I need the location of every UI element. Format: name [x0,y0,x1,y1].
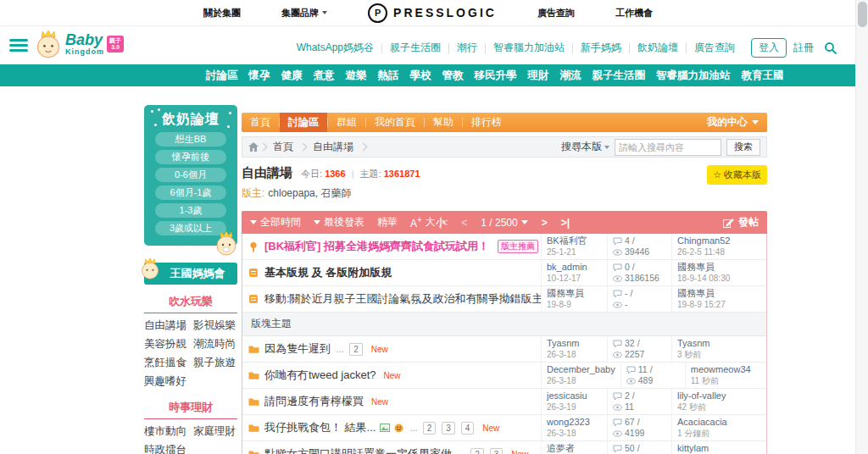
sidebar-item-family-finance[interactable]: 家庭理財 [193,423,237,440]
topbar-link-about[interactable]: 關於集團 [203,7,241,19]
nav-item-forum[interactable]: 討論區 [206,69,238,83]
header-link-trendy[interactable]: 潮行 [449,41,485,55]
topbar-link-careers[interactable]: 工作機會 [615,7,653,19]
last-poster-link[interactable]: 國務專員 [677,288,761,299]
nav-item-education-kingdom[interactable]: 教育王國 [742,69,784,83]
banner-button-6m-1y[interactable]: 6個月-1歲 [155,185,226,200]
header-link-new-moms[interactable]: 新手媽媽 [573,41,629,55]
prev-page-button[interactable]: < [461,217,467,229]
banner-button-ttc[interactable]: 想生BB [155,132,226,147]
thread-page-link[interactable]: 2 [349,343,363,356]
forumnav-ranking[interactable]: 排行榜 [463,113,510,132]
forum-search-button[interactable]: 搜索 [726,139,760,156]
new-post-button[interactable]: 發帖 [723,215,759,230]
header-link-brainpower[interactable]: 智睿腦力加油站 [486,41,572,55]
thread-page-link[interactable]: 3 [442,422,455,435]
last-poster-link[interactable]: 國務專員 [677,262,761,273]
last-poster-link[interactable]: Acaciacacia [677,417,761,428]
topbar-link-ads[interactable]: 廣告查詢 [537,7,575,19]
nav-item-hot-topics[interactable]: 熱話 [378,69,399,83]
vertical-scrollbar[interactable] [855,0,868,454]
nav-item-brainpower[interactable]: 智睿腦力加油站 [656,69,731,83]
sidebar-item-entertainment[interactable]: 影視娛樂 [193,317,237,335]
sidebar-item-cooking[interactable]: 烹飪搵食 [144,354,188,372]
kingdom-moms-club-banner[interactable]: 王國媽媽會 [144,263,237,285]
favorite-forum-button[interactable]: ☆ 收藏本版 [707,165,767,185]
next-page-button[interactable]: > [542,217,548,229]
scrollbar-thumb[interactable] [858,2,867,27]
nav-item-school[interactable]: 學校 [410,69,431,83]
banner-button-pregnancy[interactable]: 懷孕前後 [155,150,226,164]
sidebar-item-beauty[interactable]: 美容扮靚 [144,335,188,353]
thread-title-link[interactable]: 移動:關於近月親子王國討論氣氛及政治和有關爭拗錯版主題處理 [264,291,541,307]
nav-item-family-life[interactable]: 親子生活圈 [593,69,646,83]
thread-title-link[interactable]: [BK福利官] 招募全港媽媽齊齊試食試玩試用！ [264,239,489,254]
forum-search-input[interactable] [615,139,721,156]
first-page-button[interactable]: |< [439,217,448,229]
milk-forum-banner[interactable]: 飲奶論壇 想生BB 懷孕前後 0-6個月 6個月-1歲 1-3歲 3歲或以上 [144,105,237,246]
forumnav-groups[interactable]: 群組 [328,113,365,132]
thread-page-link[interactable]: 3 [490,448,504,454]
home-icon[interactable] [248,142,259,152]
header-link-whatsapp[interactable]: WhatsApp媽媽谷 [289,41,381,55]
thread-title-link[interactable]: 請問邊度有青檸檬買 [264,394,364,409]
nav-item-pregnancy[interactable]: 懷孕 [249,69,270,83]
last-poster-link[interactable]: kittylam [677,443,761,454]
nav-item-trends[interactable]: 潮流 [560,69,581,83]
banner-button-0-6m[interactable]: 0-6個月 [155,168,226,182]
author-link[interactable]: 追夢者 [547,443,602,454]
sort-dropdown[interactable]: 最後發表 [314,215,364,230]
forumnav-home[interactable]: 首頁 [242,113,279,132]
hamburger-menu-icon[interactable] [9,39,28,54]
forumnav-help[interactable]: 幫助 [425,113,462,132]
author-link[interactable]: jessicasiu [547,390,602,401]
forumnav-my-home[interactable]: 我的首頁 [366,113,424,132]
thread-title-link[interactable]: 你哋有冇tweed jacket? [264,368,376,383]
author-link[interactable]: December_baby [547,364,615,375]
nav-item-parenting[interactable]: 管教 [442,69,464,83]
thread-page-link[interactable]: 2 [470,448,484,454]
last-poster-link[interactable]: meowmeow34 [691,364,761,375]
search-icon[interactable] [824,42,837,55]
author-link[interactable]: BK福利官 [547,235,602,246]
header-link-ads[interactable]: 廣告查詢 [687,41,743,55]
babykingdom-logo[interactable]: Baby Kingdom 親子 3.0 [34,30,124,58]
login-button[interactable]: 登入 [751,38,787,58]
breadcrumb-home[interactable]: 首頁 [268,140,298,154]
nav-item-play[interactable]: 遊樂 [346,69,367,83]
topbar-link-brands[interactable]: 集團品牌 [281,7,327,19]
last-poster-link[interactable]: Tyasnm [677,338,761,349]
breadcrumb-current[interactable]: 自由講場 [308,140,359,154]
thread-title-link[interactable]: 基本版規 及 各版附加版規 [264,265,392,280]
sidebar-item-travel[interactable]: 親子旅遊 [193,354,237,372]
last-page-button[interactable]: >| [561,217,570,229]
header-link-milk-forum[interactable]: 飲奶論壇 [630,41,686,55]
author-link[interactable]: 國務專員 [547,288,602,299]
thread-page-link[interactable]: 4 [461,422,475,435]
thread-title-link[interactable]: 點睇女方開口講明話置業一定係男家做 [264,446,452,454]
last-poster-link[interactable]: lily-of-valley [677,390,761,401]
author-link[interactable]: bk_admin [547,262,602,273]
nav-item-emigration[interactable]: 移民升學 [475,69,517,83]
moderator-links[interactable]: chloepapa, 召藥師 [268,187,351,199]
nav-item-cooking[interactable]: 煮意 [314,69,335,83]
author-link[interactable]: Tyasnm [547,338,602,349]
forumnav-forum[interactable]: 討論區 [280,113,327,132]
my-center-menu[interactable]: 我的中心 [707,115,767,130]
search-scope-dropdown[interactable]: 搜尋本版 [561,140,609,154]
filter-time-dropdown[interactable]: 全部時間 [250,215,301,230]
thread-title-link[interactable]: 我仔挑戰食包！ 結果... [264,420,376,435]
header-link-family-life[interactable]: 親子生活圈 [382,41,448,55]
sidebar-item-politics[interactable]: 時政擂台 [144,441,188,454]
thread-title-link[interactable]: 因為隻牛遲到 [264,341,331,357]
nav-item-finance[interactable]: 理財 [528,69,549,83]
sidebar-item-free-chat[interactable]: 自由講場 [144,317,188,335]
author-link[interactable]: wong2323 [547,417,602,428]
register-link[interactable]: 註冊 [793,41,814,55]
page-indicator-dropdown[interactable]: 1 / 2500 [481,217,527,229]
nav-item-health[interactable]: 健康 [281,69,303,83]
sidebar-item-hobbies[interactable]: 興趣嗜好 [144,373,188,390]
presslogic-logo[interactable]: P PRESSLOGIC [368,3,497,23]
sidebar-item-fashion[interactable]: 潮流時尚 [193,335,237,353]
last-poster-link[interactable]: Chingman52 [677,235,761,246]
